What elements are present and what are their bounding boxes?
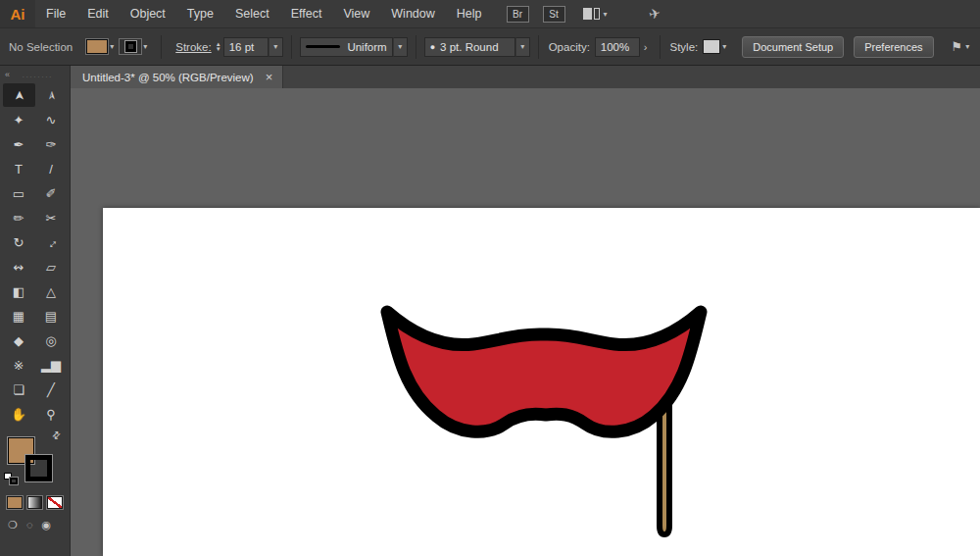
- tools-panel: « ........ ➤➢✦∿✒✑T/▭✐✏✂↻↔↭▱◧△▦▤◆◎※▂▆❏╱✋⚲…: [0, 66, 71, 556]
- none-mode-button[interactable]: [47, 496, 63, 509]
- drawing-modes-row: ❍ ◌ ◉: [0, 509, 70, 531]
- panel-grip-icon[interactable]: ........: [11, 72, 65, 78]
- brush-dropdown[interactable]: ▾: [515, 37, 530, 57]
- brush-preview-icon: ●: [430, 42, 435, 52]
- chevron-down-icon: ▾: [273, 42, 277, 51]
- style-dropdown[interactable]: ▾: [703, 39, 726, 54]
- menu-object[interactable]: Object: [120, 0, 176, 27]
- isolate-selection-dropdown[interactable]: ⚑ ▾: [952, 39, 970, 54]
- divider: [660, 35, 661, 59]
- menu-help[interactable]: Help: [446, 0, 493, 27]
- workspace-switcher[interactable]: ▾: [583, 8, 608, 20]
- slice-tool[interactable]: ╱: [35, 378, 68, 401]
- selection-tool[interactable]: ➤: [3, 83, 35, 107]
- document-tab-bar: Untitled-3* @ 50% (RGB/Preview) ×: [71, 66, 980, 88]
- opacity-label: Opacity:: [549, 41, 590, 53]
- scissors-tool[interactable]: ✂: [35, 206, 68, 229]
- hand-tool[interactable]: ✋: [3, 402, 35, 426]
- stroke-color-dropdown[interactable]: ▾: [120, 39, 147, 54]
- draw-behind-icon[interactable]: ◌: [26, 519, 33, 531]
- free-transform-tool[interactable]: ▱: [35, 255, 68, 278]
- stroke-weight-input[interactable]: 16 pt: [223, 37, 269, 57]
- magic-wand-tool[interactable]: ✦: [3, 108, 35, 131]
- zoom-tool[interactable]: ⚲: [35, 402, 68, 426]
- style-swatch[interactable]: [703, 39, 720, 54]
- paintbrush-tool[interactable]: ✐: [35, 181, 68, 205]
- width-profile-value: Uniform: [347, 41, 386, 53]
- chevron-down-icon: ▾: [604, 10, 608, 19]
- column-graph-tool[interactable]: ▂▆: [35, 353, 68, 377]
- curvature-tool[interactable]: ✑: [35, 132, 68, 156]
- menu-select[interactable]: Select: [224, 0, 280, 27]
- default-fill-stroke-icon[interactable]: [4, 473, 18, 484]
- type-tool[interactable]: T: [3, 157, 35, 180]
- stepper-down-icon[interactable]: ▼: [216, 47, 221, 52]
- stroke-color-swatch[interactable]: [120, 39, 141, 54]
- gradient-tool[interactable]: ▤: [35, 304, 68, 328]
- shaper-tool[interactable]: ✏: [3, 206, 35, 229]
- draw-normal-icon[interactable]: ❍: [8, 519, 18, 531]
- tool-grid: ➤➢✦∿✒✑T/▭✐✏✂↻↔↭▱◧△▦▤◆◎※▂▆❏╱✋⚲: [0, 83, 70, 426]
- illustrator-logo: Ai: [0, 0, 35, 27]
- canvas-area[interactable]: [71, 88, 980, 556]
- divider: [416, 35, 416, 59]
- stroke-proxy-swatch[interactable]: [25, 455, 52, 481]
- opacity-expand-arrow[interactable]: ›: [644, 41, 648, 53]
- stroke-weight-dropdown[interactable]: ▾: [269, 37, 283, 57]
- perspective-grid-tool[interactable]: △: [35, 279, 68, 303]
- opacity-input[interactable]: 100%: [595, 37, 640, 57]
- brushes-panel-button[interactable]: Br: [507, 6, 529, 23]
- pen-tool[interactable]: ✒: [3, 132, 35, 156]
- lasso-tool[interactable]: ∿: [35, 108, 68, 131]
- stroke-panel-link[interactable]: Stroke:: [175, 41, 211, 53]
- direct-selection-tool[interactable]: ➢: [35, 83, 68, 107]
- chevron-down-icon: ▾: [722, 42, 726, 51]
- draw-inside-icon[interactable]: ◉: [41, 519, 51, 531]
- brush-definition[interactable]: ● 3 pt. Round: [424, 37, 515, 57]
- menu-window[interactable]: Window: [380, 0, 445, 27]
- eyedropper-tool[interactable]: ◆: [3, 329, 35, 352]
- menu-effect[interactable]: Effect: [280, 0, 333, 27]
- stroke-weight-stepper[interactable]: ▲ ▼: [216, 42, 221, 52]
- rotate-tool[interactable]: ↻: [3, 230, 35, 254]
- artboard[interactable]: [103, 208, 980, 556]
- isolate-icon: ⚑: [952, 39, 963, 54]
- swap-fill-stroke-icon[interactable]: ⇄: [49, 429, 63, 442]
- preferences-button[interactable]: Preferences: [854, 36, 933, 58]
- divider: [538, 35, 539, 59]
- workspace-icon: [583, 8, 600, 20]
- close-icon[interactable]: ×: [266, 71, 273, 83]
- menu-file[interactable]: File: [35, 0, 76, 27]
- stroke-panel-button[interactable]: St: [543, 6, 565, 23]
- menu-type[interactable]: Type: [176, 0, 224, 27]
- fill-color-dropdown[interactable]: ▾: [86, 39, 114, 54]
- gradient-mode-button[interactable]: [27, 496, 43, 509]
- selection-status-label: No Selection: [9, 41, 73, 53]
- document-tab[interactable]: Untitled-3* @ 50% (RGB/Preview) ×: [71, 66, 283, 88]
- artboard-tool[interactable]: ❏: [3, 378, 35, 401]
- width-profile-line-icon: [306, 45, 341, 48]
- variable-width-dropdown[interactable]: ▾: [393, 37, 408, 57]
- variable-width-profile[interactable]: Uniform: [300, 37, 393, 57]
- rectangle-tool[interactable]: ▭: [3, 181, 35, 205]
- scale-tool[interactable]: ↔: [35, 230, 68, 254]
- shape-builder-tool[interactable]: ◧: [3, 279, 35, 303]
- flag-banner-shape[interactable]: [387, 312, 701, 431]
- menu-view[interactable]: View: [332, 0, 380, 27]
- chevron-down-icon: ▾: [965, 42, 969, 51]
- fill-color-swatch[interactable]: [86, 39, 108, 54]
- menu-bar: Ai File Edit Object Type Select Effect V…: [0, 0, 980, 27]
- blend-tool[interactable]: ◎: [35, 329, 68, 352]
- divider: [291, 35, 292, 59]
- width-tool[interactable]: ↭: [3, 255, 35, 278]
- share-icon[interactable]: ✈: [647, 5, 662, 23]
- paint-mode-row: [0, 490, 70, 509]
- line-segment-tool[interactable]: /: [35, 157, 68, 180]
- chevron-down-icon: ▾: [110, 42, 114, 51]
- menu-edit[interactable]: Edit: [76, 0, 120, 27]
- mesh-tool[interactable]: ▦: [3, 304, 35, 328]
- color-mode-button[interactable]: [7, 496, 23, 509]
- document-setup-button[interactable]: Document Setup: [742, 36, 844, 58]
- stroke-ring-icon: [125, 41, 136, 52]
- symbol-sprayer-tool[interactable]: ※: [3, 353, 35, 377]
